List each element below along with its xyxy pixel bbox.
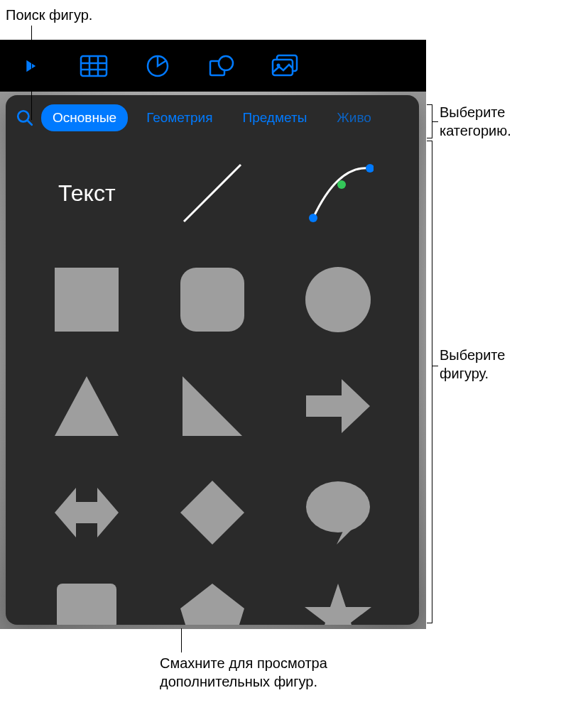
shape-pentagon[interactable] <box>157 576 268 625</box>
svg-marker-28 <box>180 584 244 625</box>
shape-arrow-right[interactable] <box>282 364 393 449</box>
svg-marker-29 <box>305 584 371 625</box>
tab-animals[interactable]: Живо <box>325 104 371 131</box>
tab-geometry[interactable]: Геометрия <box>135 104 224 131</box>
callout-category: Выберите категорию. <box>440 103 511 140</box>
callout-line-swipe <box>181 628 182 652</box>
bracket-tick-category <box>432 121 438 122</box>
shapes-popover: Основные Геометрия Предметы Живо Текст <box>6 95 419 625</box>
tab-main[interactable]: Основные <box>41 104 128 131</box>
svg-point-15 <box>337 180 346 189</box>
svg-rect-0 <box>81 56 107 76</box>
shape-curve[interactable] <box>282 151 393 236</box>
shape-text[interactable]: Текст <box>31 151 143 236</box>
shape-icon[interactable] <box>203 48 240 84</box>
svg-point-7 <box>219 56 233 70</box>
svg-marker-23 <box>55 488 119 537</box>
table-icon[interactable] <box>75 48 112 84</box>
shape-circle[interactable] <box>282 257 393 342</box>
tab-objects[interactable]: Предметы <box>231 104 318 131</box>
svg-point-16 <box>366 164 374 173</box>
svg-line-12 <box>27 120 32 125</box>
media-icon[interactable] <box>267 48 304 84</box>
svg-rect-18 <box>180 268 244 332</box>
svg-point-19 <box>305 267 371 332</box>
svg-rect-17 <box>55 268 119 332</box>
svg-point-25 <box>306 481 370 532</box>
shapes-grid[interactable]: Текст <box>6 141 419 625</box>
svg-marker-21 <box>183 376 242 436</box>
svg-marker-22 <box>306 379 370 433</box>
callout-line-search <box>31 26 32 120</box>
app-window: Основные Геометрия Предметы Живо Текст <box>0 40 426 629</box>
callout-swipe: Смахните для просмотра дополнительных фи… <box>160 654 327 691</box>
bracket-shapes <box>427 141 432 623</box>
svg-point-14 <box>309 214 317 222</box>
svg-marker-20 <box>55 376 119 436</box>
shape-square[interactable] <box>31 257 143 342</box>
chart-icon[interactable] <box>139 48 176 84</box>
play-icon[interactable] <box>11 48 48 84</box>
category-tabs: Основные Геометрия Предметы Живо <box>6 95 419 141</box>
shape-callout-rect[interactable] <box>31 576 143 625</box>
svg-line-13 <box>184 165 241 222</box>
toolbar <box>0 40 426 92</box>
bracket-category <box>427 104 432 138</box>
callout-shape: Выберите фигуру. <box>440 346 505 383</box>
shape-star[interactable] <box>282 576 393 625</box>
shape-diamond[interactable] <box>157 470 268 555</box>
shape-rounded-square[interactable] <box>157 257 268 342</box>
shape-text-label: Текст <box>58 180 116 207</box>
shape-speech-bubble[interactable] <box>282 470 393 555</box>
shape-arrow-double[interactable] <box>31 470 143 555</box>
callout-search: Поиск фигур. <box>6 6 92 24</box>
bracket-tick-shapes <box>432 366 438 366</box>
svg-rect-27 <box>57 584 116 625</box>
shape-line[interactable] <box>157 151 268 236</box>
shape-triangle[interactable] <box>31 364 143 449</box>
svg-marker-24 <box>180 481 244 545</box>
shape-right-triangle[interactable] <box>157 364 268 449</box>
